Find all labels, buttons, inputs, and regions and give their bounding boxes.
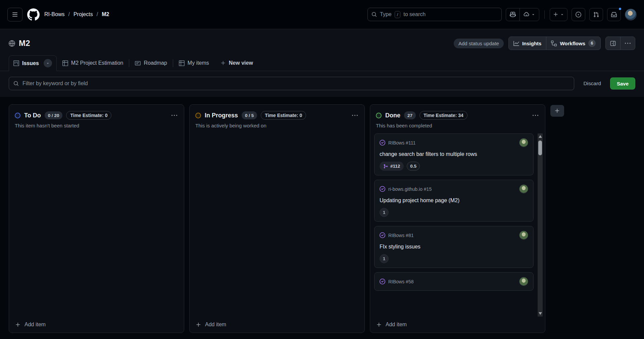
github-logo[interactable]	[27, 8, 40, 21]
tab-m2-project-estimation[interactable]: M2 Project Estimation	[57, 55, 129, 71]
column-menu-button[interactable]	[532, 112, 539, 119]
issue-card[interactable]: ri-bows.github.io #15 Updating project h…	[374, 180, 534, 222]
new-view-button[interactable]: New view	[215, 55, 259, 71]
create-new-button[interactable]	[550, 8, 567, 21]
workflows-label: Workflows	[560, 41, 585, 46]
insights-label: Insights	[522, 41, 542, 46]
search-placeholder-suffix: to search	[403, 11, 426, 17]
column-menu-button[interactable]	[351, 112, 359, 119]
plus-icon	[196, 322, 201, 328]
tab-estimation-label: M2 Project Estimation	[71, 60, 123, 66]
add-item-button[interactable]: Add item	[190, 317, 364, 333]
scroll-up-arrow[interactable]	[539, 135, 542, 138]
breadcrumb-separator: /	[68, 11, 69, 17]
workflows-count-badge: 6	[588, 40, 596, 47]
insights-workflows-group: Insights Workflows 6	[508, 37, 601, 50]
project-options-button[interactable]	[620, 37, 635, 50]
column-menu-button[interactable]	[170, 112, 178, 119]
graph-icon	[513, 41, 519, 46]
issue-card[interactable]: RIBows #58	[374, 272, 534, 291]
column-body: RIBows #111 change search bar filters to…	[370, 133, 545, 317]
column-in-progress: In Progress 0 / 5 Time Estimate: 0 This …	[189, 104, 365, 333]
column-done: Done 27 Time Estimate: 34 This has been …	[370, 104, 545, 333]
assignee-avatar	[519, 184, 528, 193]
user-avatar[interactable]	[625, 9, 637, 20]
add-item-label: Add item	[205, 322, 226, 328]
note-icon	[135, 60, 141, 66]
kebab-icon	[171, 113, 177, 118]
search-icon	[13, 81, 19, 86]
todo-status-icon	[15, 113, 20, 118]
tab-my-items[interactable]: My items	[173, 55, 215, 71]
linked-pr-badge[interactable]: #112	[380, 162, 404, 171]
tab-roadmap[interactable]: Roadmap	[129, 55, 172, 71]
issue-card[interactable]: RIBows #81 FIx styling issues 1	[374, 226, 534, 268]
add-item-label: Add item	[386, 322, 407, 328]
card-list: RIBows #111 change search bar filters to…	[370, 133, 545, 291]
global-search-input[interactable]: Type / to search	[367, 8, 502, 21]
table-icon	[179, 60, 185, 66]
plus-icon	[220, 60, 226, 66]
copilot-agents-button[interactable]	[519, 8, 539, 21]
scroll-down-arrow[interactable]	[539, 312, 542, 315]
navbar-right: Type / to search	[367, 8, 637, 21]
save-button[interactable]: Save	[610, 77, 635, 90]
workflows-button[interactable]: Workflows 6	[546, 37, 600, 50]
hamburger-menu-button[interactable]	[7, 8, 22, 21]
discard-button[interactable]: Discard	[578, 80, 606, 87]
side-panel-button[interactable]	[606, 37, 620, 50]
breadcrumb-current[interactable]: M2	[102, 11, 109, 17]
linked-pr-number: #112	[390, 164, 400, 169]
globe-icon	[9, 40, 15, 47]
estimate-badge: 1	[380, 208, 389, 217]
insights-button[interactable]: Insights	[509, 37, 546, 50]
card-repo-ref: ri-bows.github.io #15	[388, 186, 432, 192]
project-header: M2 Add status update Insights	[0, 29, 644, 50]
breadcrumb: RI-Bows / Projects / M2	[44, 11, 109, 17]
card-title: change search bar filters to multiple ro…	[380, 151, 528, 157]
search-icon	[371, 12, 377, 17]
assignee-avatar	[519, 277, 528, 286]
tab-issues[interactable]: Issues	[9, 55, 57, 71]
unread-notification-dot	[618, 7, 622, 11]
column-header: To Do 0 / 20 Time Estimate: 0	[9, 105, 184, 120]
top-navbar: RI-Bows / Projects / M2 Type / to search	[0, 0, 644, 29]
column-name: Done	[385, 112, 400, 119]
copilot-button[interactable]	[506, 8, 519, 21]
card-title: Updating project home page (M2)	[380, 197, 528, 204]
in-progress-status-icon	[195, 113, 201, 118]
add-column-button[interactable]	[550, 105, 564, 117]
card-title: FIx styling issues	[380, 244, 528, 250]
column-scrollbar[interactable]	[538, 133, 543, 317]
tab-options-caret-button[interactable]	[44, 59, 52, 67]
caret-down-icon	[46, 61, 50, 65]
git-merge-icon	[383, 164, 388, 169]
pull-request-icon	[593, 12, 599, 17]
new-view-label: New view	[229, 60, 253, 66]
breadcrumb-projects[interactable]: Projects	[73, 11, 93, 17]
scrollbar-thumb[interactable]	[538, 140, 542, 155]
time-estimate-badge: Time Estimate: 34	[419, 111, 467, 120]
time-estimate-badge: Time Estimate: 0	[66, 111, 111, 120]
column-count-badge: 27	[404, 111, 416, 119]
pull-requests-nav-button[interactable]	[589, 8, 603, 21]
filter-bar: Filter by keyword or by field Discard Sa…	[0, 71, 644, 97]
add-status-update-button[interactable]: Add status update	[454, 39, 504, 48]
navbar-divider	[544, 10, 545, 19]
inbox-nav-button[interactable]	[607, 8, 621, 21]
issues-nav-button[interactable]	[572, 8, 585, 21]
column-name: To Do	[24, 112, 41, 119]
tab-roadmap-label: Roadmap	[144, 60, 167, 66]
filter-input[interactable]: Filter by keyword or by field	[9, 77, 574, 90]
plus-icon	[376, 322, 382, 328]
view-tabs: Issues M2 Project Estimation Roadmap	[0, 50, 644, 71]
tab-issues-label: Issues	[22, 60, 39, 66]
issue-card[interactable]: RIBows #111 change search bar filters to…	[374, 133, 534, 175]
issue-closed-icon	[380, 140, 385, 146]
add-item-button[interactable]: Add item	[9, 317, 184, 333]
issue-opened-icon	[576, 12, 581, 17]
assignee-avatar	[519, 231, 528, 240]
assignee-avatar	[519, 138, 528, 147]
add-item-button[interactable]: Add item	[370, 317, 545, 333]
breadcrumb-org[interactable]: RI-Bows	[44, 11, 64, 17]
